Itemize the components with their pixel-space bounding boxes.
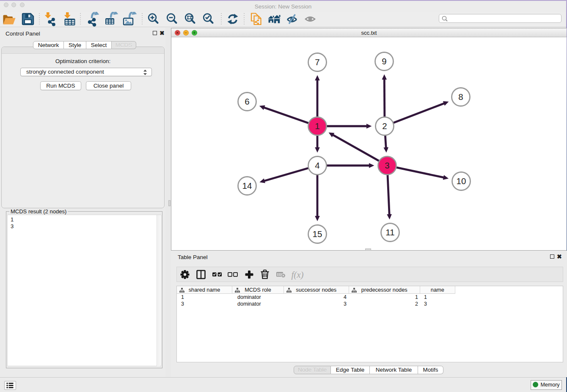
svg-text:1: 1 <box>315 121 319 131</box>
svg-text:4: 4 <box>315 160 319 170</box>
svg-text:9: 9 <box>382 56 386 66</box>
svg-text:3: 3 <box>385 160 389 170</box>
svg-text:f(x): f(x) <box>291 270 303 280</box>
svg-text:14: 14 <box>242 181 252 190</box>
svg-text:8: 8 <box>458 92 463 102</box>
svg-text:10: 10 <box>457 176 466 186</box>
svg-text:11: 11 <box>385 227 394 237</box>
svg-text:7: 7 <box>315 57 319 67</box>
svg-text:6: 6 <box>245 97 249 106</box>
svg-text:2: 2 <box>382 121 387 131</box>
svg-text:15: 15 <box>313 229 322 239</box>
